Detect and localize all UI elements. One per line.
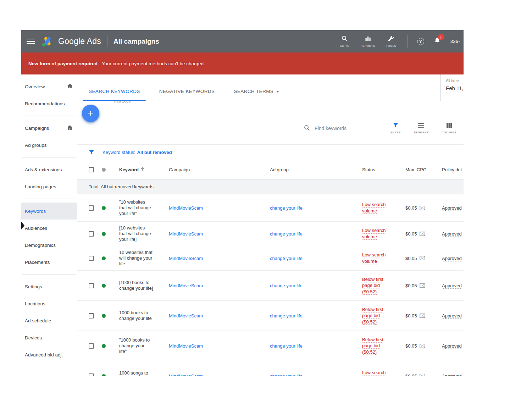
policy-status[interactable]: Approved	[442, 283, 462, 288]
sidebar-item-locations[interactable]: Locations	[21, 295, 77, 312]
edit-bid-icon[interactable]	[420, 206, 425, 210]
policy-status[interactable]: Approved	[442, 205, 462, 211]
campaign-link[interactable]: MindMovieScam	[169, 313, 203, 318]
ad-group-link[interactable]: change your life	[270, 231, 303, 237]
sidebar-item-settings[interactable]: Settings	[21, 278, 77, 295]
tab-search-keywords[interactable]: SEARCH KEYWORDS	[83, 89, 146, 101]
columns-button[interactable]: COLUMNS	[442, 123, 456, 134]
policy-status[interactable]: Approved	[442, 231, 462, 237]
keyword-status[interactable]: Low search volume	[362, 370, 386, 376]
keyword-cell: 1000 songs to change your life	[119, 370, 169, 376]
column-header-keyword[interactable]: Keyword	[119, 167, 169, 173]
row-checkbox[interactable]	[89, 283, 94, 288]
policy-status[interactable]: Approved	[442, 256, 462, 261]
column-header-ad-group[interactable]: Ad group	[270, 167, 362, 172]
sidebar-item-ads-extensions[interactable]: Ads & extensions	[21, 161, 77, 178]
sidebar-item-overview[interactable]: Overview	[21, 78, 77, 95]
edit-bid-icon[interactable]	[420, 283, 425, 288]
date-range-selector[interactable]: All time Feb 11, 2	[440, 74, 464, 101]
ad-group-link[interactable]: change your life	[270, 283, 303, 288]
payment-alert-banner[interactable]: New form of payment required - Your curr…	[21, 52, 464, 74]
edit-bid-icon[interactable]	[420, 256, 425, 260]
tab-search-terms[interactable]: SEARCH TERMS	[228, 89, 285, 101]
ad-group-link[interactable]: change your life	[270, 205, 303, 211]
notifications-bell-icon[interactable]: !	[434, 37, 441, 46]
column-header-max-cpc[interactable]: Max. CPC	[405, 167, 442, 172]
column-header-campaign[interactable]: Campaign	[169, 167, 270, 172]
keyword-cell: [10 websites that will change your life]	[119, 225, 169, 242]
enabled-status-dot[interactable]	[102, 374, 106, 376]
filter-button[interactable]: FILTER	[390, 123, 401, 134]
enabled-status-dot[interactable]	[102, 256, 106, 260]
campaign-link[interactable]: MindMovieScam	[169, 283, 203, 288]
ad-group-link[interactable]: change your life	[270, 343, 303, 349]
edit-bid-icon[interactable]	[420, 232, 425, 236]
column-header-policy[interactable]: Policy det	[442, 167, 464, 172]
tools-button[interactable]: TOOLS	[385, 35, 398, 48]
keyword-status[interactable]: Below first page bid ($0.52)	[362, 277, 383, 294]
enabled-status-dot[interactable]	[102, 284, 106, 288]
keyword-status[interactable]: Low search volume	[362, 202, 386, 214]
row-checkbox[interactable]	[89, 231, 94, 237]
search-input[interactable]	[315, 126, 357, 131]
row-checkbox[interactable]	[89, 205, 94, 211]
row-checkbox[interactable]	[89, 313, 94, 318]
sidebar-item-placements[interactable]: Placements	[21, 254, 77, 271]
policy-status[interactable]: Approved	[442, 373, 462, 376]
edit-bid-icon[interactable]	[420, 314, 425, 318]
ad-group-link[interactable]: change your life	[270, 313, 303, 318]
policy-status[interactable]: Approved	[442, 313, 462, 318]
enabled-status-dot[interactable]	[102, 206, 106, 210]
sidebar-item-keywords[interactable]: Keywords	[21, 203, 77, 220]
edit-bid-icon[interactable]	[420, 374, 425, 376]
reports-button[interactable]: REPORTS	[361, 35, 375, 48]
sidebar-item-audiences[interactable]: Audiences	[21, 220, 77, 237]
segment-button[interactable]: SEGMENT	[414, 123, 428, 134]
topbar-divider	[407, 35, 408, 48]
sidebar-item-landing-pages[interactable]: Landing pages	[21, 178, 77, 195]
find-keywords-search[interactable]	[304, 125, 362, 132]
sidebar-item-recommendations[interactable]: Recommendations	[21, 95, 77, 112]
google-ads-logo-icon[interactable]	[41, 36, 54, 47]
alert-title: New form of payment required	[28, 61, 98, 66]
sidebar-item-advanced-bid-adj[interactable]: Advanced bid adj.	[21, 346, 77, 363]
row-checkbox[interactable]	[89, 343, 94, 349]
ad-group-link[interactable]: change your life	[270, 373, 303, 376]
columns-icon	[447, 123, 452, 129]
tab-negative-keywords[interactable]: NEGATIVE KEYWORDS	[154, 89, 221, 101]
sidebar-item-ad-groups[interactable]: Ad groups	[21, 137, 77, 154]
filter-chip-value[interactable]: All but removed	[137, 150, 172, 155]
edit-bid-icon[interactable]	[420, 344, 425, 348]
add-keyword-button[interactable]: +	[82, 105, 99, 122]
go-to-button[interactable]: GO TO	[338, 35, 351, 48]
sidebar-item-campaigns[interactable]: Campaigns	[21, 120, 77, 137]
help-icon[interactable]: ?	[417, 38, 424, 45]
row-checkbox[interactable]	[89, 256, 94, 261]
campaign-link[interactable]: MindMovieScam	[169, 343, 203, 349]
sidebar-item-devices[interactable]: Devices	[21, 329, 77, 346]
sidebar-item-demographics[interactable]: Demographics	[21, 237, 77, 254]
keyword-status[interactable]: Below first page bid ($0.52)	[362, 337, 383, 355]
left-navigation: Overview Recommendations Campaigns Ad gr…	[21, 74, 77, 376]
enabled-status-dot[interactable]	[102, 344, 106, 348]
campaign-link[interactable]: MindMovieScam	[169, 231, 203, 237]
max-cpc-value: $0.05	[405, 256, 417, 261]
campaign-link[interactable]: MindMovieScam	[169, 373, 203, 376]
account-id[interactable]: 336-	[450, 39, 460, 44]
campaign-link[interactable]: MindMovieScam	[169, 205, 203, 211]
column-header-status[interactable]: Status	[362, 167, 405, 173]
ad-group-link[interactable]: change your life	[270, 256, 303, 261]
table-row: 1000 songs to change your life MindMovie…	[77, 361, 464, 376]
keyword-status[interactable]: Low search volume	[362, 252, 386, 264]
enabled-status-dot[interactable]	[102, 232, 106, 236]
select-all-checkbox[interactable]	[89, 167, 94, 172]
enabled-status-dot[interactable]	[102, 314, 106, 318]
panel-collapse-marker[interactable]	[21, 222, 24, 229]
row-checkbox[interactable]	[89, 373, 94, 376]
sidebar-item-ad-schedule[interactable]: Ad schedule	[21, 312, 77, 329]
campaign-link[interactable]: MindMovieScam	[169, 256, 203, 261]
keyword-status[interactable]: Low search volume	[362, 228, 386, 239]
keyword-status[interactable]: Below first page bid ($0.52)	[362, 307, 383, 325]
policy-status[interactable]: Approved	[442, 343, 462, 349]
hamburger-menu-icon[interactable]	[27, 39, 35, 44]
